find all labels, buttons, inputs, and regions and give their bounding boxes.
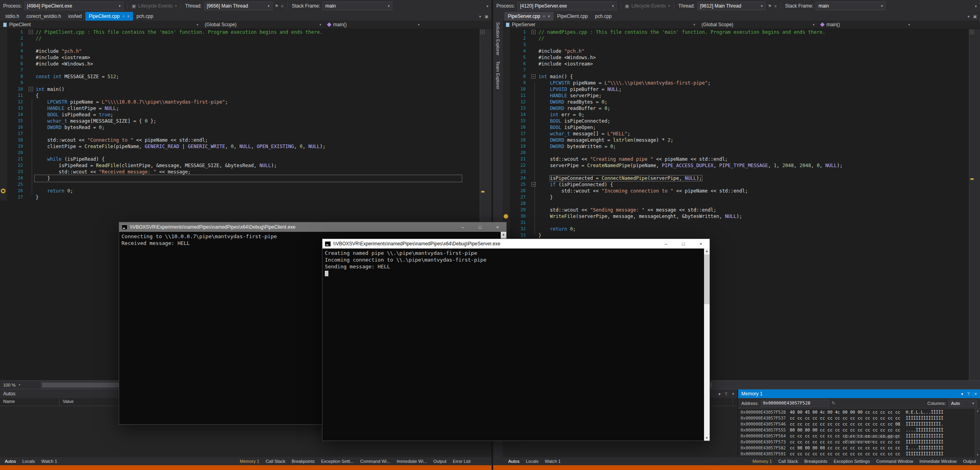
code-line[interactable]: 16 BOOL isPipeOpen;	[503, 124, 969, 131]
active-files-icon[interactable]: ▾	[968, 14, 970, 19]
code-line[interactable]: 21 while (isPipeRead) {	[0, 156, 480, 162]
refresh-icon[interactable]: ↻	[831, 401, 835, 406]
code-line[interactable]: 18 DWORD messageLenght = lstrlen(message…	[503, 137, 969, 143]
scroll-up-icon[interactable]: ▲	[704, 249, 710, 253]
code-line[interactable]: 8const int MESSAGE_SIZE = 512;	[0, 73, 480, 80]
code-line[interactable]: 24 }	[0, 175, 480, 181]
code-line[interactable]: 7	[0, 67, 480, 73]
code-line[interactable]: 10−int main()	[0, 86, 480, 92]
code-line[interactable]: 33}	[503, 232, 969, 239]
stack-frame-combo[interactable]: main	[322, 2, 392, 10]
sidebar-tab-solution-explorer[interactable]: Solution Explorer	[496, 22, 500, 56]
breakpoint-margin[interactable]	[0, 194, 7, 200]
close-icon[interactable]: ×	[974, 392, 977, 396]
code-line[interactable]: 32 return 0;	[503, 226, 969, 232]
member-dropdown[interactable]: main() ▾	[818, 21, 913, 29]
panel-tab-call-stack[interactable]: Call Stack	[262, 457, 289, 465]
breakpoint-margin[interactable]	[0, 61, 7, 67]
scope-dropdown[interactable]: (Global Scope) ▾	[698, 21, 818, 29]
code-line[interactable]: 10 LPVOID pipeBuffer = NULL;	[503, 86, 969, 92]
code-line[interactable]: 23	[503, 169, 969, 175]
code-line[interactable]: 27 }	[503, 194, 969, 200]
code-line[interactable]: 26 std::wcout << "Incoming connection to…	[503, 188, 969, 194]
code-line[interactable]: 5#include <Windows.h>	[503, 54, 969, 61]
panel-tab-autos[interactable]: Autos	[2, 457, 19, 465]
breakpoint-margin[interactable]	[503, 124, 510, 131]
fold-collapse-icon[interactable]: −	[29, 87, 33, 91]
breakpoint-margin[interactable]	[0, 48, 7, 54]
code-line[interactable]: 14 int err = 0;	[503, 112, 969, 118]
sidebar-tab-team-explorer[interactable]: Team Explorer	[496, 61, 500, 89]
close-icon[interactable]: ×	[548, 14, 550, 18]
panel-tab-autos[interactable]: Autos	[505, 457, 523, 465]
panel-tab-immediate-wi[interactable]: Immediate Wi...	[394, 457, 430, 465]
scrollbar-thumb[interactable]	[704, 254, 710, 304]
window-menu-icon[interactable]: ▾	[718, 392, 720, 396]
code-line[interactable]: 15 BOOL isPipeConnected;	[503, 118, 969, 124]
console-scrollbar[interactable]: ▲ ▼	[704, 248, 710, 441]
window-menu-icon[interactable]: ▾	[961, 392, 963, 396]
breakpoint-margin[interactable]	[0, 29, 7, 35]
breakpoint-margin[interactable]	[503, 80, 510, 86]
code-line[interactable]: 21 std::wcout << "Creating named pipe " …	[503, 156, 969, 162]
process-combo[interactable]: [4984] PipeClient.exe	[24, 2, 123, 10]
toolbar-overflow-icon[interactable]: ▾	[486, 4, 488, 8]
panel-tab-memory-1[interactable]: Memory 1	[237, 457, 262, 465]
code-line[interactable]: 3	[503, 42, 969, 48]
breakpoint-margin[interactable]	[0, 73, 7, 80]
breakpoint-margin[interactable]	[0, 54, 7, 61]
scroll-down-icon[interactable]: ▼	[975, 453, 980, 456]
memory-scrollbar[interactable]: ▲ ▼	[975, 408, 980, 457]
code-line[interactable]: 25− if (isPipeConnected) {	[503, 181, 969, 188]
close-icon[interactable]: ×	[127, 14, 129, 18]
code-line[interactable]: 12 DWORD readBytes = 0;	[503, 99, 969, 105]
panel-tab-memory-1[interactable]: Memory 1	[749, 457, 775, 465]
code-line[interactable]: 18 std::wcout << "Connecting to " << pip…	[0, 137, 480, 143]
breakpoint-margin[interactable]	[503, 175, 510, 181]
panel-tab-command-window[interactable]: Command Window	[873, 457, 916, 465]
memory-title-bar[interactable]: Memory 1 ▾ ⊢ ×	[738, 389, 980, 398]
breakpoint-margin[interactable]	[503, 112, 510, 118]
code-line[interactable]: 8−int main() {	[503, 73, 969, 80]
code-line[interactable]: 23 std::wcout << "Received message: " <<…	[0, 169, 480, 175]
breakpoint-margin[interactable]	[503, 35, 510, 42]
code-line[interactable]: 22 isPipeRead = ReadFile(clientPipe, &me…	[0, 162, 480, 169]
thread-combo[interactable]: [9612] Main Thread	[697, 2, 766, 10]
split-editor-icon[interactable]: +	[970, 30, 974, 34]
fold-collapse-icon[interactable]: −	[29, 30, 33, 34]
breakpoint-margin[interactable]	[0, 150, 7, 156]
breakpoint-margin[interactable]	[0, 162, 7, 169]
breakpoint-margin[interactable]	[503, 213, 510, 220]
console-title-bar[interactable]: \\VBOXSVR\Experiments\namedPipes\namedPi…	[119, 222, 506, 232]
breakpoint-margin[interactable]	[0, 86, 7, 92]
minimize-button[interactable]: –	[454, 222, 471, 232]
code-line[interactable]: 31	[503, 220, 969, 226]
code-line[interactable]: 16 DWORD bytesRead = 0;	[0, 124, 480, 131]
breakpoint-margin[interactable]	[503, 54, 510, 61]
code-line[interactable]: 26 return 0;	[0, 188, 480, 194]
panel-tab-breakpoints[interactable]: Breakpoints	[801, 457, 830, 465]
breakpoint-margin[interactable]	[503, 42, 510, 48]
breakpoint-margin[interactable]	[0, 131, 7, 137]
code-line[interactable]: 4#include "pch.h"	[503, 48, 969, 54]
panel-tab-exception-setti[interactable]: Exception Setti...	[318, 457, 357, 465]
code-line[interactable]: 20	[503, 150, 969, 156]
panel-tab-breakpoints[interactable]: Breakpoints	[288, 457, 318, 465]
document-tab-pipeserver-cpp[interactable]: PipeServer.cpp○×	[504, 12, 554, 21]
scroll-up-icon[interactable]: ▲	[975, 409, 980, 412]
maximize-button[interactable]: □	[675, 239, 692, 248]
code-line[interactable]: 22 serverPipe = CreateNamedPipe(pipeName…	[503, 162, 969, 169]
member-dropdown[interactable]: main() ▾	[324, 21, 423, 29]
float-window-icon[interactable]: ▣	[485, 14, 488, 19]
code-line[interactable]: 11 HANDLE serverPipe;	[503, 92, 969, 99]
code-line[interactable]: 29 std::wcout << "Sending message: " << …	[503, 207, 969, 213]
breakpoint-margin[interactable]	[503, 143, 510, 150]
breakpoint-margin[interactable]	[503, 105, 510, 112]
code-line[interactable]: 6#include <iostream>	[503, 61, 969, 67]
panel-tab-exception-settings[interactable]: Exception Settings	[831, 457, 873, 465]
code-line[interactable]: 20	[0, 150, 480, 156]
breakpoint-margin[interactable]	[0, 143, 7, 150]
breakpoint-margin[interactable]	[0, 35, 7, 42]
pin-icon[interactable]: ○	[543, 14, 545, 18]
breakpoint-margin[interactable]	[503, 118, 510, 124]
